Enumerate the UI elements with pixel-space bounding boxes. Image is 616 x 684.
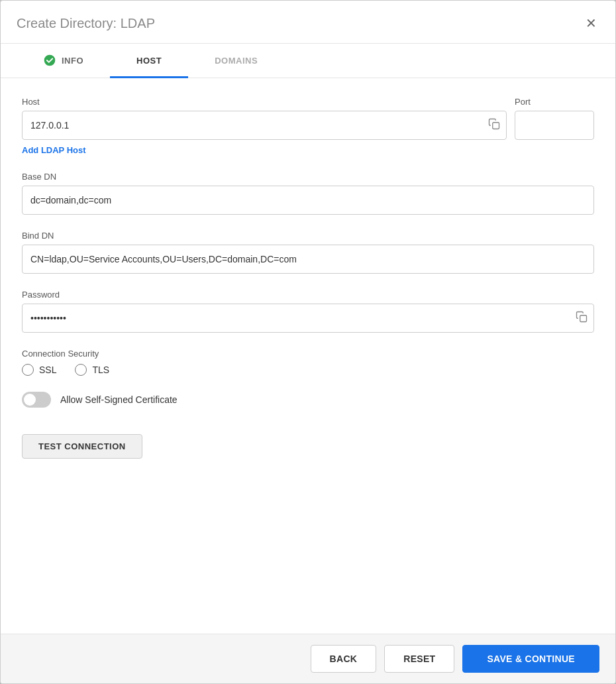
ssl-radio-item[interactable]: SSL — [22, 364, 56, 376]
base-dn-label: Base DN — [22, 172, 594, 182]
connection-security-group: Connection Security SSL TLS — [22, 349, 594, 376]
tab-domains-label: DOMAINS — [215, 56, 258, 66]
tab-info[interactable]: INFO — [17, 44, 110, 78]
host-input[interactable] — [22, 111, 507, 140]
password-input-container — [22, 304, 594, 333]
tab-info-label: INFO — [62, 56, 83, 66]
host-port-group: Host Port Add — [22, 97, 594, 156]
dialog-footer: BACK RESET SAVE & CONTINUE — [1, 634, 615, 683]
create-directory-dialog: Create Directory: LDAP ✕ INFO HOST DOMAI… — [0, 0, 616, 684]
save-continue-button[interactable]: SAVE & CONTINUE — [462, 645, 599, 673]
dialog-title-text: Create Directory: — [17, 16, 117, 30]
reset-button[interactable]: RESET — [384, 645, 454, 673]
svg-point-0 — [44, 55, 56, 66]
toggle-row: Allow Self-Signed Certificate — [22, 392, 594, 408]
toggle-slider — [22, 392, 51, 408]
dialog-body: Host Port Add — [1, 78, 615, 634]
bind-dn-label: Bind DN — [22, 231, 594, 241]
self-signed-label: Allow Self-Signed Certificate — [60, 394, 178, 405]
host-input-container — [22, 111, 507, 140]
port-field-wrap: Port — [515, 97, 594, 140]
ssl-label: SSL — [39, 365, 56, 375]
copy-icon[interactable] — [488, 118, 500, 133]
bind-dn-group: Bind DN — [22, 231, 594, 274]
save-continue-label: SAVE & CONTINUE — [487, 654, 575, 664]
back-button[interactable]: BACK — [311, 645, 377, 673]
tls-label: TLS — [92, 365, 109, 375]
reset-label: RESET — [403, 654, 435, 664]
copy-password-icon[interactable] — [576, 311, 588, 325]
tls-radio[interactable] — [75, 364, 87, 376]
svg-rect-2 — [580, 315, 587, 322]
host-label: Host — [22, 97, 507, 107]
password-group: Password — [22, 290, 594, 333]
port-input[interactable] — [515, 111, 594, 140]
connection-security-label: Connection Security — [22, 349, 594, 359]
password-label: Password — [22, 290, 594, 300]
tab-host-label: HOST — [136, 56, 162, 66]
tabs-bar: INFO HOST DOMAINS — [1, 44, 615, 78]
svg-rect-1 — [493, 123, 499, 129]
test-connection-button[interactable]: TEST CONNECTION — [22, 434, 142, 459]
password-input[interactable] — [22, 304, 594, 333]
bind-dn-input[interactable] — [22, 245, 594, 274]
dialog-title-type: LDAP — [121, 16, 155, 30]
dialog-header: Create Directory: LDAP ✕ — [1, 1, 615, 44]
add-ldap-host-link[interactable]: Add LDAP Host — [22, 145, 86, 155]
tab-host[interactable]: HOST — [110, 44, 188, 78]
back-label: BACK — [330, 654, 358, 664]
check-icon — [43, 54, 56, 67]
tls-radio-item[interactable]: TLS — [75, 364, 109, 376]
dialog-title: Create Directory: LDAP — [17, 16, 155, 31]
security-radio-group: SSL TLS — [22, 364, 594, 376]
host-field-wrap: Host — [22, 97, 507, 140]
self-signed-toggle[interactable] — [22, 392, 51, 408]
tab-domains[interactable]: DOMAINS — [188, 44, 284, 78]
port-label: Port — [515, 97, 594, 107]
self-signed-group: Allow Self-Signed Certificate — [22, 392, 594, 408]
close-icon: ✕ — [586, 16, 597, 30]
base-dn-input[interactable] — [22, 186, 594, 215]
close-button[interactable]: ✕ — [583, 14, 599, 32]
base-dn-group: Base DN — [22, 172, 594, 215]
ssl-radio[interactable] — [22, 364, 34, 376]
test-connection-label: TEST CONNECTION — [38, 441, 126, 451]
